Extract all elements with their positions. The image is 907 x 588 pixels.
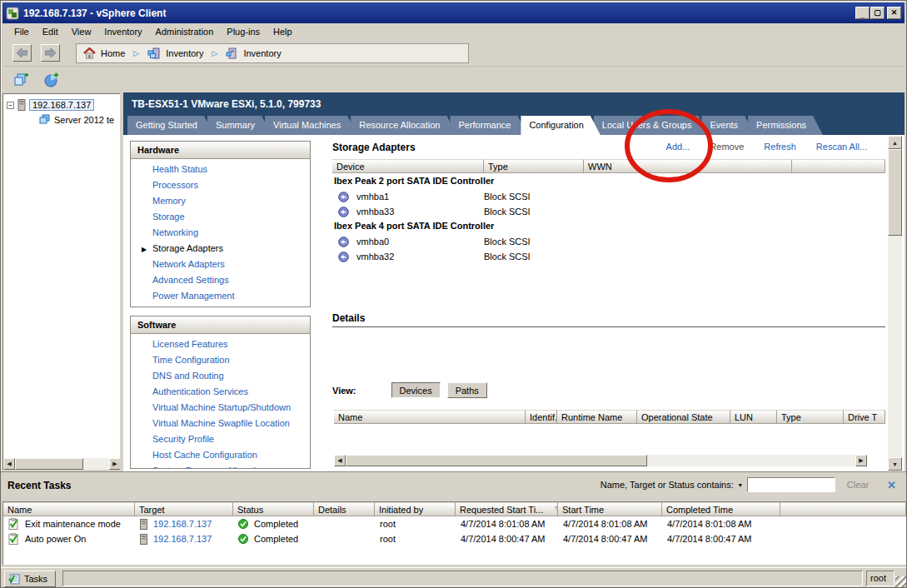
hardware-item-networking[interactable]: Networking <box>131 227 310 243</box>
menu-administration[interactable]: Administration <box>149 25 221 38</box>
task-target[interactable]: 192.168.7.137 <box>153 519 212 529</box>
tab-virtual-machines[interactable]: Virtual Machines <box>265 116 357 135</box>
add-inventory-button[interactable] <box>12 71 31 89</box>
close-panel-icon[interactable]: ✕ <box>887 479 896 491</box>
column-lun[interactable]: LUN <box>730 410 777 424</box>
minimize-button[interactable]: _ <box>855 7 870 19</box>
breadcrumb-inventory-2[interactable]: Inventory <box>226 47 281 60</box>
tab-events[interactable]: Events <box>701 116 755 135</box>
tree-horizontal-scrollbar[interactable]: ◀ ▶ <box>3 458 120 470</box>
column-name[interactable]: Name <box>334 410 526 424</box>
breadcrumb-home[interactable]: Home <box>83 47 125 59</box>
column-completed-time[interactable]: Completed Time <box>662 502 780 516</box>
add-adapter-link[interactable]: Add... <box>666 142 690 152</box>
devices-view-button[interactable]: Devices <box>391 382 441 398</box>
remove-adapter-link[interactable]: Remove <box>710 142 744 152</box>
menu-file[interactable]: File <box>7 25 36 38</box>
tab-local-users-groups[interactable]: Local Users & Groups <box>594 116 709 135</box>
tab-permissions[interactable]: Permissions <box>748 116 823 135</box>
task-row[interactable]: Auto power On 192.168.7.137 Completed <box>3 531 906 546</box>
menu-edit[interactable]: Edit <box>36 25 65 38</box>
column-name[interactable]: Name <box>3 502 135 516</box>
scroll-left-icon[interactable]: ◀ <box>334 455 346 466</box>
column-initiated-by[interactable]: Initiated by <box>375 502 456 516</box>
adapter-row[interactable]: vmhba32 Block SCSI <box>332 249 885 264</box>
software-item-authentication-services[interactable]: Authentication Services <box>131 386 310 402</box>
software-item-time-configuration[interactable]: Time Configuration <box>131 355 310 371</box>
hardware-item-storage-adapters[interactable]: ▶Storage Adapters <box>131 243 310 259</box>
hardware-item-power-management[interactable]: Power Management <box>131 291 310 306</box>
tree-node-label[interactable]: Server 2012 te <box>54 115 114 125</box>
task-row[interactable]: Exit maintenance mode 192.168.7.137 Comp… <box>3 516 906 531</box>
adapter-row[interactable]: vmhba0 Block SCSI <box>332 234 885 249</box>
software-panel: Software Licensed Features Time Configur… <box>130 316 311 469</box>
breadcrumb-inventory-1[interactable]: Inventory <box>147 47 203 60</box>
tab-performance[interactable]: Performance <box>450 116 527 135</box>
schedule-task-button[interactable] <box>42 71 61 89</box>
forward-button[interactable] <box>41 44 60 62</box>
tab-getting-started[interactable]: Getting Started <box>127 116 214 135</box>
close-button[interactable]: ✕ <box>887 7 901 19</box>
tab-configuration[interactable]: Configuration <box>521 116 600 135</box>
software-item-security-profile[interactable]: Security Profile <box>131 434 310 450</box>
menu-view[interactable]: View <box>65 25 98 38</box>
software-item-vm-startup-shutdown[interactable]: Virtual Machine Startup/Shutdown <box>131 402 310 418</box>
adapter-row[interactable]: vmhba33 Block SCSI <box>332 204 885 219</box>
tree-node-vm[interactable]: Server 2012 te <box>38 114 114 125</box>
hardware-item-health-status[interactable]: Health Status <box>131 164 310 180</box>
task-target[interactable]: 192.168.7.137 <box>153 534 212 544</box>
tree-node-label[interactable]: 192.168.7.137 <box>29 99 94 111</box>
adapter-row[interactable]: vmhba1 Block SCSI <box>332 189 885 204</box>
tab-resource-allocation[interactable]: Resource Allocation <box>351 116 456 135</box>
hardware-item-network-adapters[interactable]: Network Adapters <box>131 259 310 275</box>
maximize-button[interactable]: ▢ <box>870 7 885 19</box>
column-target[interactable]: Target <box>135 502 233 516</box>
rescan-all-link[interactable]: Rescan All... <box>816 142 867 152</box>
tasks-button[interactable]: Tasks <box>4 571 56 587</box>
scrollbar-thumb[interactable] <box>15 458 83 470</box>
column-wwn[interactable]: WWN <box>584 159 792 173</box>
clear-filter-button[interactable]: Clear <box>847 480 869 490</box>
paths-view-button[interactable]: Paths <box>447 382 487 398</box>
hardware-item-storage[interactable]: Storage <box>131 212 310 227</box>
filter-input[interactable] <box>747 477 835 492</box>
scrollbar-thumb[interactable] <box>346 455 647 466</box>
back-button[interactable] <box>12 44 32 62</box>
column-identifier[interactable]: Identif.. <box>526 410 557 424</box>
collapse-icon[interactable]: − <box>7 102 14 109</box>
scroll-right-icon[interactable]: ▶ <box>855 455 867 466</box>
column-details[interactable]: Details <box>314 502 375 516</box>
software-item-system-resource-allocation[interactable]: System Resource Allocation <box>131 466 310 469</box>
refresh-link[interactable]: Refresh <box>764 142 796 152</box>
hardware-item-memory[interactable]: Memory <box>131 196 310 212</box>
column-type[interactable]: Type <box>777 410 844 424</box>
menu-inventory[interactable]: Inventory <box>97 25 148 38</box>
tree-node-host[interactable]: − 192.168.7.137 <box>7 99 94 111</box>
column-type[interactable]: Type <box>484 159 584 173</box>
software-item-host-cache-configuration[interactable]: Host Cache Configuration <box>131 450 310 466</box>
column-requested-start-time[interactable]: Requested Start Ti...▽ <box>456 502 558 516</box>
software-item-licensed-features[interactable]: Licensed Features <box>131 339 310 355</box>
resize-grip[interactable] <box>895 576 906 587</box>
menu-plugins[interactable]: Plug-ins <box>220 25 267 38</box>
scroll-left-icon[interactable]: ◀ <box>3 458 15 470</box>
tab-summary[interactable]: Summary <box>207 116 272 135</box>
column-start-time[interactable]: Start Time <box>558 502 662 516</box>
column-operational-state[interactable]: Operational State <box>637 410 730 424</box>
column-device[interactable]: Device <box>332 159 484 173</box>
scroll-right-icon[interactable]: ▶ <box>109 458 120 470</box>
column-status[interactable]: Status <box>233 502 314 516</box>
details-horizontal-scrollbar[interactable]: ◀ ▶ <box>334 455 867 466</box>
menu-help[interactable]: Help <box>267 25 299 38</box>
hardware-item-advanced-settings[interactable]: Advanced Settings <box>131 275 310 291</box>
software-item-dns-routing[interactable]: DNS and Routing <box>131 371 310 386</box>
hardware-item-processors[interactable]: Processors <box>131 180 310 196</box>
software-item-vm-swapfile-location[interactable]: Virtual Machine Swapfile Location <box>131 418 310 434</box>
column-runtime-name[interactable]: Runtime Name <box>557 410 637 424</box>
scroll-up-icon[interactable]: ▲ <box>888 136 902 149</box>
filter-dropdown-icon[interactable]: ▾ <box>739 481 742 489</box>
content-vertical-scrollbar[interactable]: ▲ ▼ <box>888 136 902 471</box>
scrollbar-thumb[interactable] <box>888 149 902 236</box>
scroll-down-icon[interactable]: ▼ <box>888 457 902 471</box>
column-drive-type[interactable]: Drive T <box>844 410 885 424</box>
